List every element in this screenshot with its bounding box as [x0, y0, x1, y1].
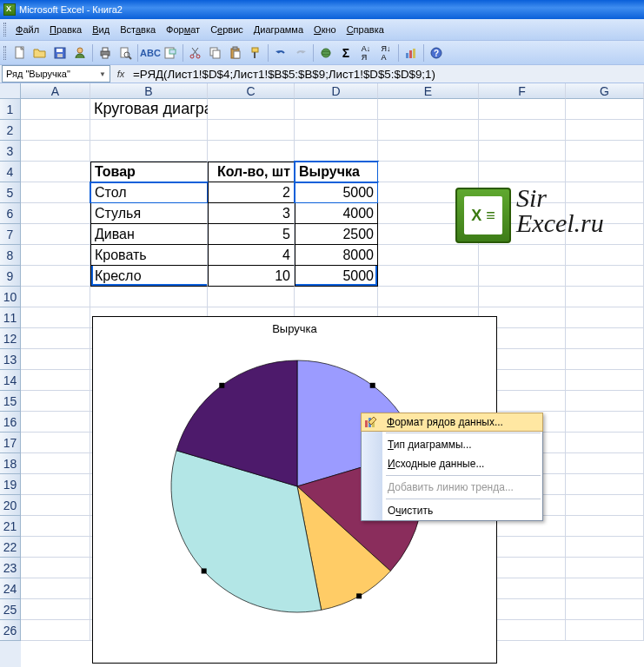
cell[interactable]: 4 [208, 245, 295, 266]
row-header[interactable]: 20 [0, 495, 21, 516]
row-header[interactable]: 4 [0, 162, 21, 182]
cell[interactable] [479, 287, 566, 307]
cell[interactable]: 4000 [295, 203, 378, 224]
cell[interactable]: Товар [90, 162, 208, 182]
hyperlink-icon[interactable] [316, 43, 335, 63]
row-header[interactable]: 21 [0, 516, 21, 537]
chart-icon[interactable] [402, 43, 421, 63]
cell[interactable] [21, 182, 90, 203]
row-header[interactable]: 2 [0, 120, 21, 141]
cell[interactable] [21, 120, 90, 141]
row-header[interactable]: 22 [0, 537, 21, 558]
cell[interactable] [566, 141, 644, 162]
menu-tools[interactable]: Сервис [206, 23, 248, 36]
spelling-icon[interactable]: ABC [141, 43, 160, 63]
cell[interactable]: 5 [208, 224, 295, 245]
row-header[interactable]: 16 [0, 412, 21, 433]
col-header[interactable]: C [208, 83, 295, 99]
open-icon[interactable] [30, 43, 50, 63]
preview-icon[interactable] [116, 43, 135, 63]
redo-icon[interactable] [291, 43, 310, 63]
select-all-corner[interactable] [0, 83, 21, 99]
cell[interactable] [295, 99, 378, 120]
cell[interactable] [21, 453, 90, 474]
row-header[interactable]: 23 [0, 558, 21, 578]
cell[interactable] [90, 120, 208, 141]
help-icon[interactable]: ? [427, 43, 446, 63]
menu-view[interactable]: Вид [88, 23, 114, 36]
cell[interactable] [566, 495, 644, 516]
col-header[interactable]: E [378, 83, 479, 99]
menu-format[interactable]: Формат [162, 23, 204, 36]
cell[interactable] [479, 141, 566, 162]
row-header[interactable]: 14 [0, 370, 21, 391]
cell[interactable]: 2 [208, 182, 295, 203]
cell[interactable] [21, 537, 90, 558]
cell[interactable]: 5000 [295, 182, 378, 203]
cell[interactable] [21, 433, 90, 453]
cell[interactable] [479, 99, 566, 120]
cell[interactable] [208, 99, 295, 120]
cell[interactable] [21, 370, 90, 391]
cell[interactable] [566, 620, 644, 641]
cell[interactable]: Стол [90, 182, 208, 203]
cell[interactable]: 2500 [295, 224, 378, 245]
cell[interactable]: 8000 [295, 245, 378, 266]
row-header[interactable]: 5 [0, 182, 21, 203]
row-header[interactable]: 12 [0, 328, 21, 349]
cell[interactable] [295, 287, 378, 307]
cell[interactable] [566, 578, 644, 599]
cell[interactable] [566, 99, 644, 120]
cell[interactable] [21, 224, 90, 245]
col-header[interactable]: G [566, 83, 644, 99]
print-icon[interactable] [96, 43, 115, 63]
menu-window[interactable]: Окно [309, 23, 341, 36]
cell[interactable] [566, 391, 644, 412]
col-header[interactable]: F [479, 83, 566, 99]
cell[interactable] [378, 120, 479, 141]
cell[interactable] [21, 162, 90, 182]
cell[interactable] [566, 120, 644, 141]
cell[interactable] [21, 141, 90, 162]
cell[interactable] [21, 349, 90, 370]
cell[interactable] [21, 99, 90, 120]
cell[interactable] [90, 287, 208, 307]
cell[interactable]: Диван [90, 224, 208, 245]
sort-asc-icon[interactable]: А↓Я [356, 43, 375, 63]
cell[interactable] [566, 558, 644, 578]
cell[interactable] [21, 245, 90, 266]
cell[interactable] [208, 120, 295, 141]
col-header[interactable]: D [295, 83, 378, 99]
cell[interactable] [208, 141, 295, 162]
cell[interactable] [21, 558, 90, 578]
row-header[interactable]: 18 [0, 453, 21, 474]
row-header[interactable]: 17 [0, 433, 21, 453]
row-header[interactable]: 1 [0, 99, 21, 120]
row-header[interactable]: 19 [0, 474, 21, 495]
cell[interactable] [21, 620, 90, 641]
row-header[interactable]: 3 [0, 141, 21, 162]
cell[interactable] [566, 266, 644, 287]
cell[interactable] [566, 433, 644, 453]
menu-format-series[interactable]: Формат рядов данных... [361, 413, 543, 432]
cell[interactable]: Стулья [90, 203, 208, 224]
cell[interactable] [90, 141, 208, 162]
cell[interactable] [21, 328, 90, 349]
cell[interactable] [21, 474, 90, 495]
cell[interactable]: Кровать [90, 245, 208, 266]
autosum-icon[interactable]: Σ [336, 43, 355, 63]
paste-icon[interactable] [226, 43, 245, 63]
row-header[interactable]: 24 [0, 578, 21, 599]
research-icon[interactable] [161, 43, 180, 63]
sort-desc-icon[interactable]: Я↓А [376, 43, 395, 63]
format-painter-icon[interactable] [246, 43, 265, 63]
cell[interactable]: 5000 [295, 266, 378, 287]
cell[interactable] [378, 287, 479, 307]
cell[interactable] [21, 266, 90, 287]
cell-selected[interactable]: Выручка [295, 162, 378, 182]
cell[interactable] [21, 599, 90, 620]
menu-source-data[interactable]: Исходные данные... [362, 454, 542, 473]
cell[interactable] [566, 516, 644, 537]
menu-insert[interactable]: Вставка [116, 23, 160, 36]
row-header[interactable]: 26 [0, 620, 21, 641]
